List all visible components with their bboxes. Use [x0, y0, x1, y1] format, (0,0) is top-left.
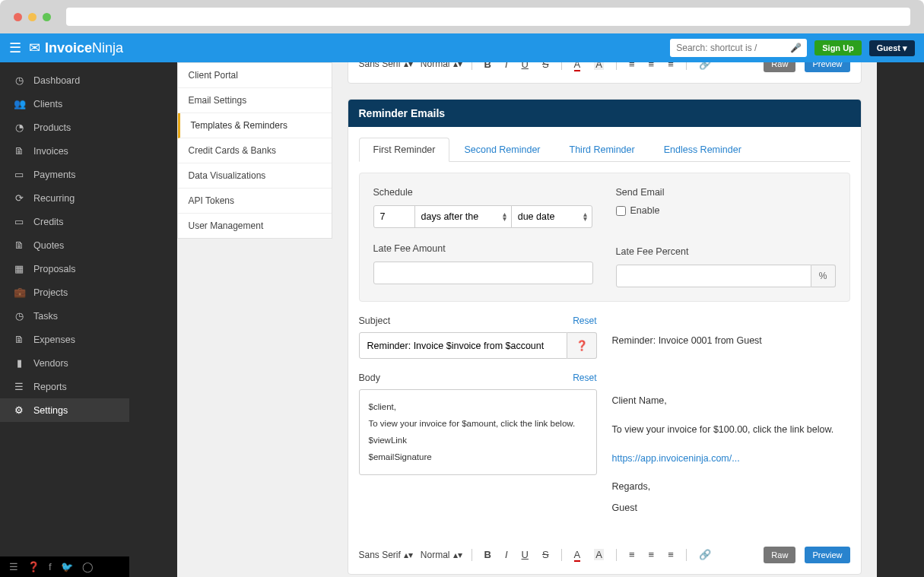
quotes-icon: 🗎 [14, 239, 24, 251]
text-color-button[interactable]: A [571, 62, 584, 71]
align-button[interactable]: ≡ [665, 547, 677, 562]
size-select[interactable]: Normal [421, 550, 462, 560]
invoices-icon: 🗎 [14, 145, 24, 157]
subject-reset[interactable]: Reset [573, 315, 596, 326]
settings-nav-user-management[interactable]: User Management [178, 214, 332, 238]
tab-endless-reminder[interactable]: Endless Reminder [649, 138, 756, 161]
window-maximize[interactable] [43, 13, 51, 21]
enable-label: Enable [630, 205, 660, 216]
preview-link[interactable]: https://app.invoiceninja.com/... [612, 453, 740, 464]
help-icon[interactable]: ❓ [27, 561, 40, 572]
nav-proposals[interactable]: ▦Proposals [0, 257, 129, 281]
preview-button[interactable]: Preview [805, 547, 849, 563]
nav-list: ◷Dashboard 👥Clients ◔Products 🗎Invoices … [0, 62, 129, 428]
unordered-list-button[interactable]: ≡ [646, 62, 658, 71]
window-minimize[interactable] [28, 13, 37, 21]
body-editor[interactable]: $client, To view your invoice for $amoun… [359, 389, 597, 475]
menu-icon[interactable]: ☰ [9, 40, 21, 56]
preview-line: Regards, [612, 478, 850, 496]
mic-icon[interactable]: 🎤 [790, 43, 802, 53]
strike-button[interactable]: S [539, 547, 552, 562]
payments-icon: ▭ [14, 169, 24, 180]
guest-menu[interactable]: Guest ▾ [869, 40, 915, 56]
late-fee-amount-input[interactable] [373, 262, 593, 284]
underline-button[interactable]: U [519, 547, 532, 562]
nav-clients[interactable]: 👥Clients [0, 92, 129, 116]
settings-nav-email-settings[interactable]: Email Settings [178, 88, 332, 113]
bg-color-button[interactable]: A [591, 547, 607, 562]
nav-projects[interactable]: 💼Projects [0, 281, 129, 304]
days-input[interactable] [373, 205, 416, 228]
tab-first-reminder[interactable]: First Reminder [359, 138, 450, 162]
ordered-list-button[interactable]: ≡ [626, 547, 638, 562]
editor-toolbar: Sans Serif Normal B I U S [359, 547, 850, 563]
subject-help-icon[interactable]: ❓ [567, 332, 597, 359]
raw-button[interactable]: Raw [764, 547, 795, 563]
reminder-emails-panel: Reminder Emails First Reminder Second Re… [348, 99, 862, 575]
ordered-list-button[interactable]: ≡ [626, 62, 638, 71]
nav-label: Products [33, 122, 71, 133]
history-icon[interactable]: ☰ [9, 561, 18, 572]
font-select[interactable]: Sans Serif [359, 62, 413, 69]
preview-button[interactable]: Preview [805, 62, 849, 72]
italic-button[interactable]: I [502, 62, 511, 71]
nav-label: Credits [33, 217, 64, 227]
nav-reports[interactable]: ☰Reports [0, 375, 129, 398]
raw-button[interactable]: Raw [764, 62, 795, 72]
bold-button[interactable]: B [481, 547, 494, 562]
nav-settings[interactable]: ⚙Settings [0, 398, 129, 422]
relative-select[interactable]: days after the [414, 205, 512, 228]
twitter-icon[interactable]: 🐦 [61, 561, 73, 572]
tab-second-reminder[interactable]: Second Reminder [449, 138, 554, 161]
size-select[interactable]: Normal [421, 62, 462, 69]
github-icon[interactable]: ◯ [82, 561, 94, 572]
settings-nav-client-portal[interactable]: Client Portal [178, 63, 332, 88]
bg-color-button[interactable]: A [591, 62, 607, 71]
align-button[interactable]: ≡ [665, 62, 677, 71]
logo[interactable]: ✉ InvoiceNinja [29, 40, 123, 56]
window-close[interactable] [14, 13, 22, 21]
link-button[interactable]: 🔗 [696, 547, 714, 562]
enable-checkbox[interactable] [616, 206, 626, 216]
text-color-button[interactable]: A [571, 547, 584, 562]
search-input[interactable] [676, 43, 790, 53]
nav-label: Proposals [33, 264, 76, 274]
tab-third-reminder[interactable]: Third Reminder [555, 138, 649, 161]
facebook-icon[interactable]: f [49, 561, 52, 572]
search-box[interactable]: 🎤 [670, 39, 807, 57]
nav-label: Settings [33, 405, 68, 416]
divider [561, 62, 562, 70]
preview-line: To view your invoice for $100.00, click … [612, 421, 850, 439]
settings-nav-templates-reminders[interactable]: Templates & Reminders [178, 113, 332, 138]
schedule-section: Schedule days after the [359, 173, 850, 302]
recurring-icon: ⟳ [14, 192, 24, 204]
late-fee-percent-input[interactable] [616, 265, 811, 287]
nav-label: Payments [33, 170, 76, 180]
reference-select[interactable]: due date [511, 205, 592, 228]
nav-tasks[interactable]: ◷Tasks [0, 304, 129, 328]
unordered-list-button[interactable]: ≡ [646, 547, 658, 562]
nav-invoices[interactable]: 🗎Invoices [0, 139, 129, 163]
settings-nav-credit-cards[interactable]: Credit Cards & Banks [178, 138, 332, 163]
body-reset[interactable]: Reset [573, 373, 596, 383]
nav-dashboard[interactable]: ◷Dashboard [0, 68, 129, 92]
underline-button[interactable]: U [519, 62, 532, 71]
urlbar[interactable] [66, 8, 910, 26]
bold-button[interactable]: B [481, 62, 494, 71]
subject-input[interactable] [359, 332, 567, 359]
nav-vendors[interactable]: ▮Vendors [0, 351, 129, 375]
nav-payments[interactable]: ▭Payments [0, 163, 129, 186]
font-select[interactable]: Sans Serif [359, 550, 413, 560]
nav-expenses[interactable]: 🗎Expenses [0, 328, 129, 351]
nav-quotes[interactable]: 🗎Quotes [0, 233, 129, 257]
nav-products[interactable]: ◔Products [0, 116, 129, 139]
strike-button[interactable]: S [539, 62, 552, 71]
main: Sans Serif Normal B I U S [332, 62, 877, 577]
settings-nav-api-tokens[interactable]: API Tokens [178, 189, 332, 214]
nav-credits[interactable]: ▭Credits [0, 210, 129, 233]
link-button[interactable]: 🔗 [696, 62, 714, 71]
nav-recurring[interactable]: ⟳Recurring [0, 186, 129, 210]
settings-nav-data-viz[interactable]: Data Visualizations [178, 163, 332, 189]
signup-button[interactable]: Sign Up [814, 40, 862, 55]
italic-button[interactable]: I [502, 547, 511, 562]
